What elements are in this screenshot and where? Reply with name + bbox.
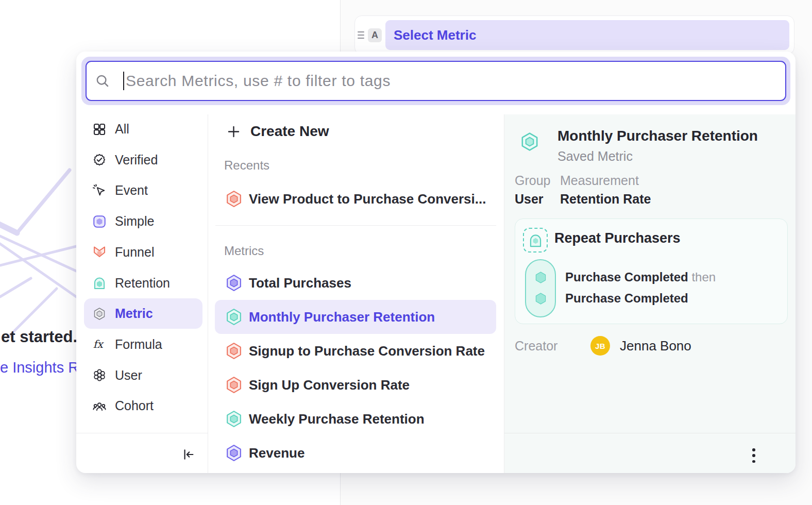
sidebar-item-user[interactable]: User: [84, 360, 202, 391]
metric-item[interactable]: Total Purchases: [215, 266, 496, 300]
cohort-icon: [92, 399, 107, 413]
step-connector: then: [691, 270, 716, 284]
hexagon-metric-icon: [224, 341, 244, 361]
metric-detail-panel: Monthly Purchaser Retention Saved Metric…: [504, 114, 796, 473]
select-metric-button[interactable]: Select Metric: [385, 20, 789, 50]
recents-heading: Recents: [224, 158, 269, 173]
insights-report-link[interactable]: e Insights Re: [0, 359, 87, 376]
measurement-value: Retention Rate: [560, 192, 651, 207]
metric-item[interactable]: Weekly Purchase Retention: [215, 402, 496, 436]
creator-name: Jenna Bono: [620, 338, 691, 354]
plus-icon: [227, 125, 241, 139]
metric-picker-modal: Search Metrics, use # to filter to tags …: [76, 52, 796, 473]
more-options-button[interactable]: [752, 448, 756, 463]
cohort-definition-icon: [523, 228, 548, 252]
simple-metric-icon: [92, 214, 107, 229]
verified-badge-icon: [92, 153, 107, 167]
creator-row: Creator JB Jenna Bono: [515, 336, 691, 356]
search-icon: [95, 73, 110, 89]
metric-item[interactable]: Monthly Purchaser Retention: [215, 300, 496, 334]
hexagon-metric-icon: [224, 307, 244, 327]
metric-hexagon-icon: [92, 307, 107, 321]
hexagon-metric-icon: [224, 375, 244, 395]
create-new-button[interactable]: Create New: [215, 119, 497, 144]
detail-info-grid: Group User Measurement Retention Rate: [515, 173, 651, 207]
drag-handle-icon[interactable]: [358, 31, 364, 39]
sidebar-item-simple[interactable]: Simple: [84, 206, 202, 237]
get-started-text: et started.: [1, 328, 77, 346]
create-new-label: Create New: [250, 123, 329, 140]
group-label: Group: [515, 173, 560, 188]
select-metric-label: Select Metric: [394, 27, 476, 43]
detail-title: Monthly Purchaser Retention: [557, 128, 758, 144]
svg-text:fx: fx: [93, 338, 105, 350]
metric-definition-card: Repeat Purchasers Purchase Completed the…: [515, 218, 788, 324]
measurement-label: Measurement: [560, 173, 651, 188]
sidebar-item-retention[interactable]: Retention: [84, 268, 202, 298]
retention-icon: [92, 276, 107, 290]
metric-item[interactable]: Sign Up Conversion Rate: [215, 368, 496, 402]
hexagon-metric-icon: [224, 189, 244, 209]
sidebar-item-verified[interactable]: Verified: [84, 145, 202, 175]
hexagon-metric-icon: [224, 273, 244, 293]
search-focus-ring: Search Metrics, use # to filter to tags: [81, 57, 790, 105]
metrics-heading: Metrics: [224, 244, 264, 258]
formula-icon: fx: [92, 337, 107, 351]
detail-header: Monthly Purchaser Retention Saved Metric: [519, 128, 758, 164]
metric-row-letter-badge: A: [368, 28, 382, 42]
metric-query-row: A Select Metric: [354, 15, 794, 55]
metric-type-sidebar: AllVerifiedEventSimpleFunnelRetentionMet…: [76, 113, 208, 473]
sidebar-item-cohort[interactable]: Cohort: [84, 391, 202, 421]
sidebar-item-all[interactable]: All: [84, 114, 202, 144]
definition-name: Repeat Purchasers: [554, 230, 681, 246]
recent-metric-item[interactable]: View Product to Purchase Conversi...: [215, 182, 496, 216]
collapse-sidebar-button[interactable]: [181, 447, 195, 462]
funnel-icon: [92, 245, 107, 259]
search-placeholder: Search Metrics, use # to filter to tags: [126, 72, 391, 90]
event-cursor-icon: [92, 183, 107, 198]
creator-avatar: JB: [590, 336, 610, 356]
sidebar-footer-divider: [76, 433, 208, 433]
grid-icon: [92, 122, 107, 137]
collapse-left-icon: [181, 447, 195, 462]
saved-metric-hexagon-icon: [519, 131, 540, 153]
creator-label: Creator: [515, 339, 590, 354]
step-2-label: Purchase Completed: [565, 291, 688, 306]
step-1-label: Purchase Completed: [565, 270, 688, 284]
sidebar-item-funnel[interactable]: Funnel: [84, 237, 202, 267]
hexagon-metric-icon: [224, 443, 244, 463]
metric-list: Total PurchasesMonthly Purchaser Retenti…: [208, 266, 504, 470]
empty-state-chart-illustration: [0, 167, 77, 348]
sidebar-item-formula[interactable]: fxFormula: [84, 329, 202, 360]
hexagon-metric-icon: [224, 409, 244, 429]
event-sequence-capsule: [525, 259, 556, 317]
sidebar-item-event[interactable]: Event: [84, 175, 202, 206]
search-input[interactable]: Search Metrics, use # to filter to tags: [86, 61, 786, 101]
user-icon: [92, 368, 107, 382]
group-value: User: [515, 192, 560, 207]
metric-item[interactable]: Revenue: [215, 436, 496, 470]
sidebar-item-metric[interactable]: Metric: [84, 298, 202, 329]
metric-list-column: Create New Recents View Product to Purch…: [208, 113, 504, 473]
list-section-divider: [215, 225, 496, 226]
metric-item[interactable]: Signup to Purchase Conversion Rate: [215, 334, 496, 368]
detail-subtitle: Saved Metric: [557, 149, 758, 164]
text-caret: [123, 72, 124, 90]
panel-footer-divider: [504, 433, 796, 433]
